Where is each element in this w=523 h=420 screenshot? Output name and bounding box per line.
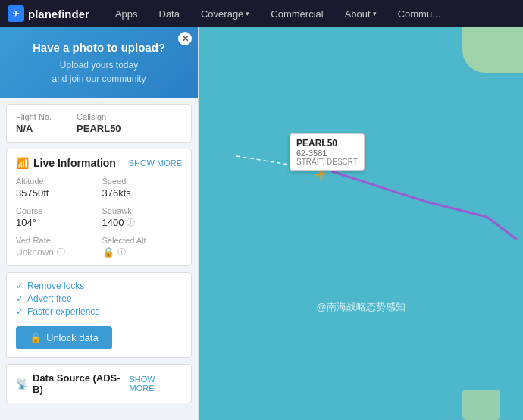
course-item: Course 104° (16, 206, 96, 228)
flight-no-field: Flight No. N/A (16, 112, 52, 134)
navbar-links: Apps Data Coverage ▾ Commercial About ▾ … (105, 0, 451, 27)
course-label: Course (16, 206, 96, 215)
flight-tooltip: PEARL50 62-3581 STRAIT, DESCRT (290, 133, 365, 171)
live-info-title: 📶 Live Information (16, 157, 116, 169)
live-grid: Altitude 35750ft Speed 376kts Course 104… (16, 177, 182, 258)
nav-coverage[interactable]: Coverage ▾ (190, 0, 260, 27)
promo-close-button[interactable]: ✕ (178, 32, 192, 45)
selected-alt-label: Selected Alt (102, 236, 183, 245)
speed-item: Speed 376kts (102, 177, 183, 199)
altitude-label: Altitude (16, 177, 96, 186)
promo-banner: ✕ Have a photo to upload? Upload yours t… (0, 27, 198, 98)
plane-icon: ✈ (8, 5, 24, 22)
squawk-item: Squawk 1400 ⓘ (102, 206, 183, 228)
altitude-item: Altitude 35750ft (16, 177, 96, 199)
squawk-value: 1400 ⓘ (102, 217, 183, 228)
data-source-section: 📡 Data Source (ADS-B) SHOW MORE (6, 364, 192, 403)
tooltip-code: 62-3581 (296, 149, 358, 158)
flight-path-svg: ✈ (199, 27, 523, 420)
flight-no-value: N/A (16, 123, 52, 134)
sidebar: ✕ Have a photo to upload? Upload yours t… (0, 27, 199, 420)
nav-commercial[interactable]: Commercial (260, 0, 334, 27)
wifi-icon: 📶 (16, 157, 29, 169)
tooltip-info: STRAIT, DESCRT (296, 158, 358, 166)
live-info-header: 📶 Live Information SHOW MORE (16, 157, 182, 169)
squawk-info-icon[interactable]: ⓘ (127, 217, 135, 228)
callsign-label: Callsign (77, 112, 121, 121)
callsign-value: PEARL50 (77, 123, 121, 134)
nav-apps[interactable]: Apps (105, 0, 149, 27)
map-watermark: @南海战略态势感知 (316, 300, 405, 314)
selected-alt-value: 🔒 ⓘ (102, 246, 183, 258)
nav-community[interactable]: Commu... (387, 0, 451, 27)
unlock-feature-2: Advert free (16, 293, 182, 304)
data-source-title: 📡 Data Source (ADS-B) (16, 372, 130, 395)
squawk-label: Squawk (102, 206, 183, 215)
data-source-show-more[interactable]: SHOW MORE (130, 375, 182, 393)
promo-subtitle-1: Upload yours today (12, 58, 186, 72)
vert-rate-label: Vert Rate (16, 236, 96, 245)
promo-subtitle-2: and join our community (12, 72, 186, 86)
unlock-features: Remove locks Advert free Faster experien… (16, 281, 182, 317)
altitude-value: 35750ft (16, 187, 96, 199)
nav-data[interactable]: Data (149, 0, 190, 27)
selected-alt-info-icon[interactable]: ⓘ (117, 246, 126, 258)
selected-alt-item: Selected Alt 🔒 ⓘ (102, 236, 183, 258)
map-area[interactable]: ✈ PEARL50 62-3581 STRAIT, DESCRT @南海战略态势… (199, 27, 523, 420)
card-divider (64, 112, 64, 134)
unlock-icon: 🔓 (30, 332, 42, 343)
logo-text: planefinder (28, 8, 89, 20)
callsign-field: Callsign PEARL50 (77, 112, 121, 134)
vert-rate-info-icon[interactable]: ⓘ (57, 246, 65, 258)
flight-no-label: Flight No. (16, 112, 52, 121)
live-info-section: 📶 Live Information SHOW MORE Altitude 35… (6, 149, 192, 266)
unlock-section: Remove locks Advert free Faster experien… (6, 272, 192, 358)
ads-b-icon: 📡 (16, 378, 28, 390)
flight-card: Flight No. N/A Callsign PEARL50 (6, 104, 192, 143)
unlock-feature-3: Faster experience (16, 306, 182, 317)
chevron-down-icon-about: ▾ (373, 10, 377, 17)
main-layout: ✕ Have a photo to upload? Upload yours t… (0, 27, 523, 420)
tooltip-callsign: PEARL50 (296, 138, 358, 149)
promo-title: Have a photo to upload? (12, 41, 186, 54)
nav-about[interactable]: About ▾ (334, 0, 387, 27)
vert-rate-item: Vert Rate Unknown ⓘ (16, 236, 96, 258)
unlock-button[interactable]: 🔓 Unlock data (16, 326, 112, 349)
unlock-button-label: Unlock data (46, 332, 99, 343)
data-source-header: 📡 Data Source (ADS-B) SHOW MORE (16, 372, 182, 395)
chevron-down-icon: ▾ (246, 10, 249, 17)
navbar-logo: ✈ planefinder (8, 5, 89, 22)
navbar: ✈ planefinder Apps Data Coverage ▾ Comme… (0, 0, 523, 27)
live-info-show-more[interactable]: SHOW MORE (129, 158, 182, 168)
speed-label: Speed (102, 177, 183, 186)
course-value: 104° (16, 217, 96, 228)
vert-rate-value: Unknown ⓘ (16, 246, 96, 258)
speed-value: 376kts (102, 187, 183, 199)
unlock-feature-1: Remove locks (16, 281, 182, 291)
